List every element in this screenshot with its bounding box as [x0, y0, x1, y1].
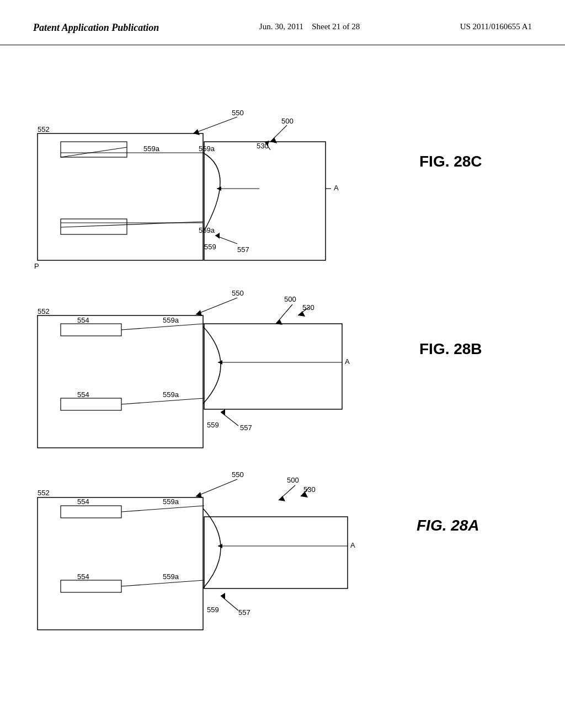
svg-line-23: [121, 398, 204, 404]
label-A-a: A: [350, 541, 355, 549]
svg-rect-40: [204, 517, 348, 588]
label-554b-bot: 554: [77, 390, 89, 399]
svg-rect-36: [61, 506, 121, 518]
svg-line-27: [276, 304, 292, 324]
svg-marker-14: [217, 186, 221, 191]
label-559-a: 559: [207, 606, 219, 614]
page-content: 552 550 500 530 559a 559a A 559a 559 557…: [0, 45, 565, 718]
svg-line-39: [121, 580, 204, 586]
svg-marker-30: [298, 311, 305, 317]
label-P-c: P: [34, 262, 39, 270]
label-559a-b-bot: 559a: [163, 390, 179, 399]
label-557-c: 557: [237, 245, 249, 254]
figures-svg: 552 550 500 530 559a 559a A 559a 559 557…: [0, 45, 565, 718]
svg-rect-7: [204, 142, 326, 260]
svg-rect-22: [61, 398, 121, 410]
label-552b: 552: [38, 307, 50, 315]
header-patent-number: US 2011/0160655 A1: [460, 22, 532, 31]
header-center-info: Jun. 30, 2011 Sheet 21 of 28: [259, 22, 360, 31]
svg-line-49: [221, 596, 238, 611]
fig-28a-label: FIG. 28A: [417, 517, 479, 534]
label-554a-bot: 554: [77, 572, 89, 581]
svg-line-33: [221, 412, 238, 426]
svg-line-21: [121, 324, 204, 330]
label-552c: 552: [38, 125, 50, 133]
svg-line-41: [196, 479, 237, 496]
label-557-b: 557: [240, 424, 252, 432]
label-554a-top: 554: [77, 497, 89, 506]
label-559a-mid-c: 559a: [143, 144, 160, 153]
label-559a-top-c: 559a: [199, 144, 215, 153]
label-559a-a-bot: 559a: [163, 572, 179, 581]
label-530b: 530: [302, 303, 315, 312]
header-sheet: Sheet 21 of 28: [312, 22, 360, 31]
label-552a: 552: [38, 489, 50, 497]
svg-rect-19: [38, 315, 203, 448]
label-A-c: A: [334, 184, 339, 192]
page-header: Patent Application Publication Jun. 30, …: [0, 0, 565, 45]
label-559-c: 559: [204, 243, 216, 251]
label-530c: 530: [257, 142, 269, 150]
label-500b: 500: [284, 295, 296, 303]
svg-line-2: [61, 147, 127, 157]
label-559-b: 559: [207, 421, 219, 429]
header-date: Jun. 30, 2011: [259, 22, 303, 31]
svg-marker-18: [215, 233, 220, 239]
svg-rect-35: [38, 497, 203, 630]
label-557-a: 557: [238, 608, 250, 617]
svg-marker-34: [221, 409, 225, 415]
svg-rect-24: [204, 324, 342, 409]
svg-line-37: [121, 506, 204, 512]
svg-marker-44: [279, 496, 285, 501]
svg-rect-1: [61, 142, 127, 157]
svg-rect-20: [61, 324, 121, 336]
label-559a-lo-c: 559a: [199, 226, 215, 234]
patent-page: Patent Application Publication Jun. 30, …: [0, 0, 565, 728]
label-550a: 550: [232, 470, 244, 479]
label-559a-a-top: 559a: [163, 497, 179, 506]
label-550b: 550: [232, 289, 244, 297]
header-publication-label: Patent Application Publication: [33, 22, 159, 34]
svg-rect-38: [61, 580, 121, 592]
fig-28c-label: FIG. 28C: [419, 153, 482, 170]
svg-marker-9: [193, 129, 200, 135]
fig-28b-label: FIG. 28B: [419, 340, 482, 357]
svg-line-8: [193, 117, 237, 133]
label-559a-b-top: 559a: [163, 316, 179, 324]
svg-marker-50: [221, 593, 225, 599]
label-554b-top: 554: [77, 316, 89, 324]
label-500c: 500: [281, 117, 294, 125]
label-530a: 530: [303, 485, 316, 494]
label-A-b: A: [345, 357, 350, 366]
svg-line-25: [196, 298, 237, 314]
label-500a: 500: [287, 476, 299, 484]
label-550c: 550: [232, 109, 244, 117]
